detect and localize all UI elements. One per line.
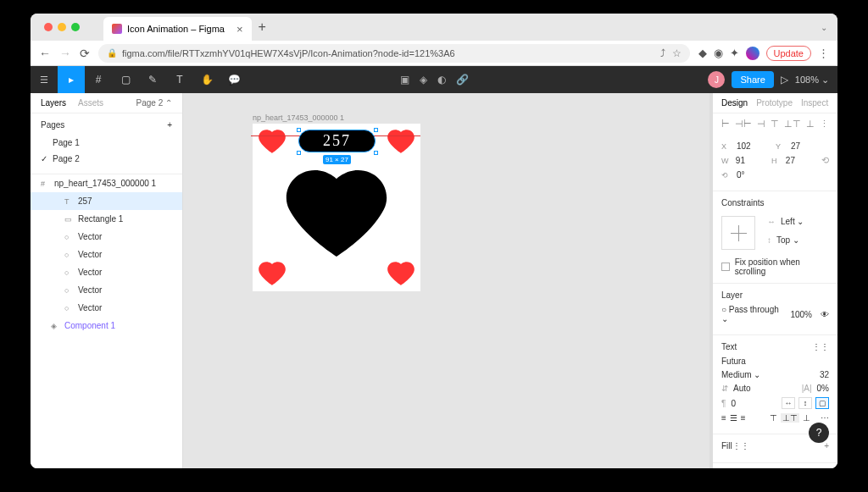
reload-button[interactable]: ⟳ [80, 47, 90, 60]
align-bottom-icon[interactable]: ⊥ [806, 119, 815, 130]
hand-tool[interactable]: ✋ [193, 66, 220, 93]
font-size-input[interactable]: 32 [820, 370, 829, 379]
rotation-input[interactable]: 0° [737, 170, 771, 180]
x-input[interactable]: 102 [737, 141, 771, 151]
window-close-button[interactable] [44, 23, 53, 31]
move-tool[interactable]: ▸ [58, 66, 85, 93]
line-height-input[interactable]: Auto [733, 384, 751, 393]
selection-handle[interactable] [374, 128, 378, 132]
text-layer[interactable]: T257 [31, 192, 182, 210]
align-right-icon[interactable]: ⊣ [757, 119, 765, 130]
page-item[interactable]: Page 1 [41, 135, 172, 151]
extension-icon[interactable]: ◆ [698, 47, 707, 59]
prototype-tab[interactable]: Prototype [756, 98, 793, 108]
align-vcenter-icon[interactable]: ⊥⊤ [784, 119, 801, 130]
count-pill-text[interactable]: 257 [298, 130, 376, 152]
vector-layer[interactable]: ○Vector [31, 281, 182, 299]
paragraph-spacing-input[interactable]: 0 [731, 399, 736, 408]
vector-layer[interactable]: ○Vector [31, 263, 182, 281]
auto-height-button[interactable]: ↕ [798, 397, 812, 409]
y-input[interactable]: 27 [791, 141, 825, 151]
frame-tool[interactable]: # [85, 66, 112, 93]
add-fill-button[interactable]: + [824, 441, 829, 451]
align-bottom-text-icon[interactable]: ⊥ [803, 413, 810, 423]
align-left-text-icon[interactable]: ≡ [721, 413, 726, 423]
font-family-select[interactable]: Futura [721, 357, 829, 366]
visibility-icon[interactable]: 👁 [821, 310, 829, 319]
constraint-v-select[interactable]: Top ⌄ [776, 235, 799, 245]
font-weight-select[interactable]: Medium ⌄ [721, 370, 760, 379]
constraint-h-select[interactable]: Left ⌄ [781, 217, 804, 226]
align-hcenter-icon[interactable]: ⊣⊢ [735, 119, 752, 130]
align-top-icon[interactable]: ⊤ [771, 119, 779, 130]
rectangle-layer[interactable]: ▭Rectangle 1 [31, 210, 182, 228]
page-selector[interactable]: Page 2 ⌃ [136, 98, 172, 108]
add-page-button[interactable]: + [167, 120, 172, 130]
vector-layer[interactable]: ○Vector [31, 228, 182, 246]
update-button[interactable]: Update [766, 46, 811, 61]
shape-tool[interactable]: ▢ [112, 66, 139, 93]
help-button[interactable]: ? [809, 423, 829, 443]
inspect-tab[interactable]: Inspect [801, 98, 828, 108]
vector-layer[interactable]: ○Vector [31, 246, 182, 263]
assets-tab[interactable]: Assets [78, 98, 103, 108]
browser-tab[interactable]: Icon Animation – Figma × [103, 17, 252, 41]
address-bar[interactable]: 🔒 figma.com/file/RTTxzmhYV01qHEW7X4sVjP/… [98, 44, 690, 63]
bookmark-icon[interactable]: ☆ [672, 47, 682, 59]
comment-tool[interactable]: 💬 [220, 66, 248, 93]
browser-menu-icon[interactable]: ⋮ [818, 47, 829, 59]
fix-position-checkbox[interactable] [721, 263, 730, 271]
text-tool[interactable]: T [166, 66, 193, 93]
align-top-text-icon[interactable]: ⊤ [770, 413, 777, 423]
tab-close-icon[interactable]: × [236, 23, 243, 36]
component-icon[interactable]: ◈ [420, 74, 427, 86]
text-more-icon[interactable]: ⋯ [821, 413, 829, 423]
extension-icon[interactable]: ◉ [714, 47, 723, 59]
fixed-size-button[interactable]: ▢ [815, 397, 829, 409]
opacity-input[interactable]: 100% [790, 310, 812, 319]
bounding-box-icon[interactable]: ▣ [400, 74, 409, 86]
align-left-icon[interactable]: ⊢ [721, 119, 730, 130]
constrain-icon[interactable]: ⟲ [821, 155, 829, 166]
new-tab-button[interactable]: + [259, 19, 266, 35]
h-input[interactable]: 27 [786, 156, 816, 165]
blend-mode-select[interactable]: ○ Pass through ⌄ [721, 305, 785, 323]
letter-spacing-input[interactable]: 0% [817, 384, 829, 393]
share-url-icon[interactable]: ⤴ [660, 47, 665, 59]
align-middle-text-icon[interactable]: ⊥⊤ [781, 413, 799, 423]
component-layer[interactable]: ◈Component 1 [31, 317, 182, 334]
w-input[interactable]: 91 [736, 156, 766, 165]
page-item[interactable]: Page 2 [41, 151, 172, 167]
window-minimize-button[interactable] [58, 23, 66, 31]
back-button[interactable]: ← [39, 47, 51, 60]
present-button[interactable]: ▷ [781, 74, 788, 86]
vector-layer[interactable]: ○Vector [31, 299, 182, 317]
canvas[interactable]: np_heart_17453_000000 1 257 91 × 27 [183, 93, 709, 468]
window-maximize-button[interactable] [71, 23, 80, 31]
constraints-widget[interactable] [721, 216, 755, 250]
pen-tool[interactable]: ✎ [139, 66, 166, 93]
layers-tab[interactable]: Layers [41, 98, 66, 108]
profile-avatar[interactable] [746, 47, 760, 60]
frame-title[interactable]: np_heart_17453_000000 1 [253, 113, 344, 122]
fill-styles-icon[interactable]: ⋮⋮ [732, 441, 749, 451]
distribute-icon[interactable]: ⋮ [820, 119, 829, 130]
link-icon[interactable]: 🔗 [456, 74, 469, 86]
tabs-overflow-icon[interactable]: ⌄ [821, 23, 827, 32]
auto-width-button[interactable]: ↔ [782, 397, 795, 409]
figma-menu-button[interactable] [31, 66, 58, 93]
frame-layer[interactable]: #np_heart_17453_000000 1 [31, 174, 182, 192]
selection-handle[interactable] [374, 151, 378, 155]
mask-icon[interactable]: ◐ [437, 74, 446, 86]
align-tools: ⊢ ⊣⊢ ⊣ ⊤ ⊥⊤ ⊥ ⋮ [713, 113, 837, 135]
user-avatar[interactable]: J [708, 71, 725, 88]
text-styles-icon[interactable]: ⋮⋮ [812, 342, 829, 351]
share-button[interactable]: Share [732, 71, 773, 88]
selection-handle[interactable] [297, 151, 301, 155]
selection-handle[interactable] [297, 128, 301, 132]
align-center-text-icon[interactable]: ☰ [730, 413, 737, 423]
design-tab[interactable]: Design [721, 98, 748, 108]
extensions-menu-icon[interactable]: ✦ [730, 47, 739, 59]
zoom-level[interactable]: 108% ⌄ [795, 75, 829, 86]
align-right-text-icon[interactable]: ≡ [741, 413, 746, 423]
